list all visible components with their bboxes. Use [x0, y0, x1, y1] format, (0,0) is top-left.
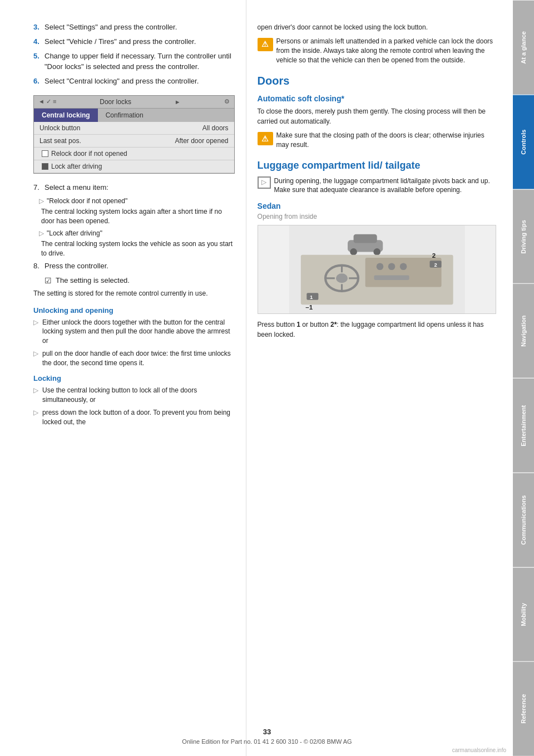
unlocking-bullet-2: ▷ pull on the door handle of each door t… [33, 349, 235, 368]
locking-heading: Locking [33, 374, 235, 382]
page-number: 33 [0, 728, 534, 736]
relock-checkbox [42, 150, 48, 157]
svg-point-14 [388, 263, 395, 271]
locking-arrow-2: ▷ [33, 408, 42, 427]
checkmark-text: The setting is selected. [56, 276, 130, 284]
sedan-heading: Sedan [258, 202, 496, 210]
automatic-soft-closing-heading: Automatic soft closing* [258, 94, 496, 103]
page-footer: 33 Online Edition for Part no. 01 41 2 6… [0, 728, 534, 745]
lock-driving-checkbox [42, 163, 48, 170]
step-7-number: 7. [33, 183, 44, 193]
setting-stored: The setting is stored for the remote con… [33, 288, 235, 298]
step-3-text: Select "Settings" and press the controll… [44, 22, 235, 32]
sidebar-tab-at-a-glance[interactable]: At a glance [513, 0, 534, 95]
sidebar-tab-navigation-label: Navigation [520, 316, 527, 347]
right-column: open driver's door cannot be locked usin… [246, 0, 513, 756]
seat-pos-value: After door opened [175, 137, 228, 145]
door-locks-relock: Relock door if not opened [34, 148, 234, 160]
door-locks-ui: ◄ ✓ ≡ Door locks ► ⚙ Central locking Con… [33, 95, 235, 174]
step-5-text: Change to upper field if necessary. Turn… [44, 51, 235, 71]
svg-text:2: 2 [434, 262, 437, 268]
or-text: or button [300, 321, 330, 328]
soft-closing-text1: To close the doors, merely push them gen… [258, 106, 496, 126]
unlocking-arrow-2: ▷ [33, 349, 42, 368]
closing-path-warning: ⚠ Make sure that the closing path of the… [258, 131, 496, 150]
sidebar-tab-controls[interactable]: Controls [513, 95, 534, 189]
step-6-text: Select "Central locking" and press the c… [44, 76, 235, 86]
watermark: carmanualsonline.info [452, 747, 506, 753]
sub-bullet-2: ▷ "Lock after driving" [39, 229, 235, 237]
step-3: 3. Select "Settings" and press the contr… [33, 22, 235, 32]
sub-bullet-desc-2: The central locking system locks the veh… [41, 239, 235, 258]
unlock-button-label: Unlock button [39, 124, 80, 132]
step-4-number: 4. [33, 37, 44, 47]
door-locks-row-seat: Last seat pos. After door opened [34, 135, 234, 148]
car-interior-svg: 1 2 –1 2 [258, 225, 496, 313]
sub-bullet-label-1: "Relock door if not opened" [47, 197, 235, 205]
sidebar-tab-mobility[interactable]: Mobility [513, 567, 534, 662]
door-locks-header-icon: ⚙ [224, 98, 230, 105]
sub-bullet-arrow-2: ▷ [39, 229, 47, 237]
note-triangle-icon: ▷ [258, 176, 271, 189]
persons-warning-text: Persons or animals left unattended in a … [276, 37, 496, 65]
lock-driving-label: Lock after driving [51, 163, 102, 170]
sub-bullet-desc-1: The central locking system locks again a… [41, 207, 235, 226]
locking-text-1: Use the central locking button to lock a… [42, 386, 235, 405]
opening-from-inside-label: Opening from inside [258, 213, 496, 220]
sidebar-tab-reference[interactable]: Reference [513, 661, 534, 756]
svg-point-15 [399, 263, 407, 271]
svg-point-13 [376, 263, 383, 271]
svg-text:1: 1 [310, 294, 313, 300]
button1-bold: 1 [296, 321, 300, 328]
unlocking-bullet-1: ▷ Either unlock the doors together with … [33, 318, 235, 346]
door-locks-header-nav-left: ◄ ✓ ≡ [38, 98, 56, 105]
sidebar-tabs: At a glance Controls Driving tips Naviga… [513, 0, 534, 756]
sidebar-tab-communications[interactable]: Communications [513, 473, 534, 567]
step-7-text: Select a menu item: [44, 183, 235, 193]
sidebar-tab-entertainment[interactable]: Entertainment [513, 378, 534, 473]
sub-bullet-1: ▷ "Relock door if not opened" [39, 197, 235, 205]
sidebar-tab-driving-tips[interactable]: Driving tips [513, 189, 534, 284]
footer-text: Online Edition for Part no. 01 41 2 600 … [182, 738, 352, 745]
relock-label: Relock door if not opened [51, 150, 127, 158]
seat-pos-label: Last seat pos. [39, 137, 81, 145]
warning-triangle-icon: ⚠ [258, 38, 273, 51]
tab-central-locking[interactable]: Central locking [34, 109, 98, 122]
unlocking-text-1: Either unlock the doors together with th… [42, 318, 235, 346]
doors-heading: Doors [258, 75, 496, 87]
unlock-button-value: All doors [202, 124, 229, 132]
persons-warning-box: ⚠ Persons or animals left unattended in … [258, 37, 496, 65]
svg-point-4 [373, 248, 380, 256]
step-7-header: 7. Select a menu item: [33, 183, 235, 193]
luggage-note-text: During opening, the luggage compartment … [274, 176, 496, 195]
step-8-text: Press the controller. [44, 261, 235, 271]
button2-bold: 2* [330, 321, 337, 328]
locking-text-2: press down the lock button of a door. To… [42, 408, 235, 427]
door-locks-header-title: Door locks [100, 98, 131, 106]
step-3-number: 3. [33, 22, 44, 32]
tab-confirmation[interactable]: Confirmation [98, 109, 151, 122]
step-8-number: 8. [33, 261, 44, 271]
door-locks-row-unlock: Unlock button All doors [34, 122, 234, 135]
sidebar-tab-mobility-label: Mobility [520, 603, 527, 626]
step-8-checkmark: ☑ The setting is selected. [44, 276, 235, 285]
step-5-number: 5. [33, 51, 44, 71]
checkmark-icon: ☑ [44, 276, 56, 285]
left-column: 3. Select "Settings" and press the contr… [0, 0, 246, 756]
door-locks-header: ◄ ✓ ≡ Door locks ► ⚙ [34, 96, 234, 109]
sidebar-tab-communications-label: Communications [520, 495, 527, 545]
svg-text:–1: –1 [305, 304, 313, 311]
press-button-text: Press button 1 or button 2*: the luggage… [258, 320, 496, 340]
sub-bullet-label-2: "Lock after driving" [47, 229, 235, 237]
unlocking-text-2: pull on the door handle of each door twi… [42, 349, 235, 368]
locking-arrow-1: ▷ [33, 386, 42, 405]
sidebar-tab-at-a-glance-label: At a glance [520, 31, 527, 64]
car-interior-image: 1 2 –1 2 [258, 225, 496, 314]
step-5: 5. Change to upper field if necessary. T… [33, 51, 235, 71]
door-locks-lock-driving: Lock after driving [34, 160, 234, 173]
sidebar-tab-controls-label: Controls [520, 130, 527, 155]
continued-locking-text: open driver's door cannot be locked usin… [258, 22, 496, 32]
svg-rect-16 [374, 276, 409, 280]
sidebar-tab-navigation[interactable]: Navigation [513, 283, 534, 378]
steps-3-6: 3. Select "Settings" and press the contr… [33, 22, 235, 86]
